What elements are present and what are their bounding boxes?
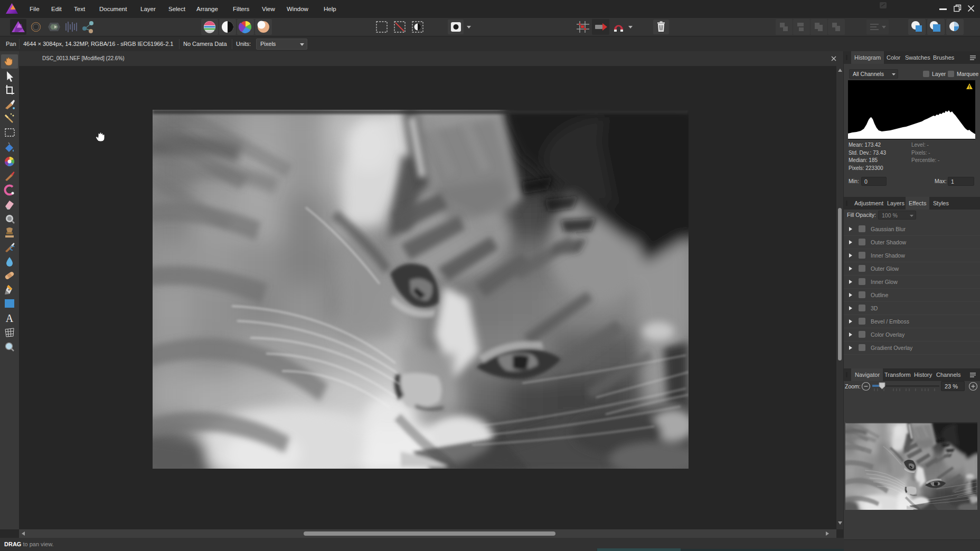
svg-text:A: A <box>6 312 14 324</box>
